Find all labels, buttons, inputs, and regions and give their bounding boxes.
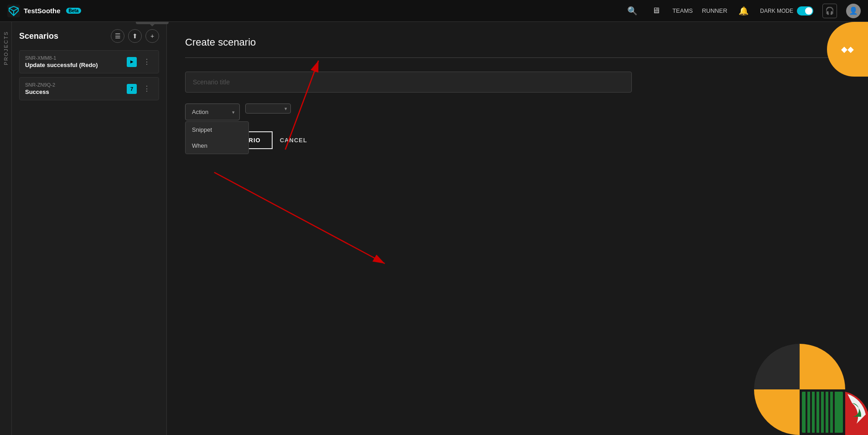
side-tab[interactable]: PROJECTS <box>0 22 12 435</box>
scenario-badges: ▶ ⋮ <box>127 57 153 67</box>
scenario-badge: ▶ <box>127 57 137 67</box>
dark-mode-section: DARK MODE <box>760 6 813 16</box>
top-navigation: TestSoothe Beta 🔍 🖥 TEAMS RUNNER 🔔 DARK … <box>0 0 868 22</box>
scenario-form: Action ▾ Snippet When ▾ CR <box>185 72 632 149</box>
main-layout: PROJECTS Scenarios ☰ ⬆ + Create new SNR-… <box>0 22 868 435</box>
second-dropdown[interactable]: ▾ <box>245 104 291 114</box>
scenario-info: SNR-XMM8-1 Update successful (Redo) <box>25 55 127 68</box>
chevron-down-icon: ▾ <box>284 106 287 112</box>
action-dropdown-wrapper: Action ▾ Snippet When <box>185 104 240 120</box>
beta-badge: Beta <box>66 8 82 14</box>
nav-actions: 🔍 🖥 TEAMS RUNNER 🔔 DARK MODE 🎧 👤 <box>625 4 861 18</box>
projects-tab-label[interactable]: PROJECTS <box>3 31 9 65</box>
divider <box>185 57 850 58</box>
bell-icon[interactable]: 🔔 <box>736 4 751 18</box>
scenario-menu-button[interactable]: ⋮ <box>140 57 153 67</box>
dropdown-item-snippet[interactable]: Snippet <box>186 122 248 138</box>
monitor-icon[interactable]: 🖥 <box>649 4 663 18</box>
create-new-button[interactable]: + Create new <box>145 29 159 43</box>
app-name: TestSoothe <box>24 7 61 15</box>
scenarios-title: Scenarios <box>19 31 58 41</box>
dropdown-item-when[interactable]: When <box>186 138 248 154</box>
search-icon[interactable]: 🔍 <box>625 4 640 18</box>
second-dropdown-wrapper: ▾ <box>245 104 291 114</box>
filter-button[interactable]: ☰ <box>111 29 124 43</box>
scenario-item[interactable]: SNR-XMM8-1 Update successful (Redo) ▶ ⋮ <box>19 50 159 73</box>
scenarios-header-icons: ☰ ⬆ + Create new <box>111 29 159 43</box>
scenario-badge: 7 <box>127 84 137 94</box>
scenario-item[interactable]: SNR-ZN9Q-2 Success 7 ⋮ <box>19 77 159 100</box>
app-logo[interactable]: TestSoothe Beta <box>7 5 81 17</box>
action-dropdown-menu: Snippet When <box>185 121 249 154</box>
scenario-info: SNR-ZN9Q-2 Success <box>25 82 127 95</box>
action-dropdown[interactable]: Action ▾ <box>185 104 240 120</box>
scenario-id: SNR-XMM8-1 <box>25 55 127 61</box>
cancel-button[interactable]: CANCEL <box>280 137 307 144</box>
action-dropdown-value: Action <box>192 109 208 115</box>
nav-teams[interactable]: TEAMS <box>672 7 693 14</box>
form-actions: CREATE SCENARIO CANCEL <box>185 131 632 149</box>
main-content: Create scenario Action ▾ Snippet When <box>167 22 868 435</box>
toggle-knob <box>805 7 812 15</box>
scenario-id: SNR-ZN9Q-2 <box>25 82 127 88</box>
scenario-badges: 7 ⋮ <box>127 83 153 94</box>
logo-icon <box>7 5 20 17</box>
scenarios-panel: Scenarios ☰ ⬆ + Create new SNR-XMM8-1 Up… <box>12 22 167 435</box>
dark-mode-toggle[interactable] <box>797 6 813 16</box>
diamond-icons: ◆◆ <box>841 44 854 54</box>
form-row: Action ▾ Snippet When ▾ <box>185 104 632 120</box>
chevron-down-icon: ▾ <box>232 109 235 115</box>
scenario-title-input[interactable] <box>185 72 632 93</box>
svg-line-3 <box>214 172 385 264</box>
headphone-button[interactable]: 🎧 <box>822 4 837 18</box>
upload-button[interactable]: ⬆ <box>128 29 142 43</box>
dark-mode-label: DARK MODE <box>760 8 793 14</box>
user-avatar[interactable]: 👤 <box>846 4 861 18</box>
scenarios-header: Scenarios ☰ ⬆ + Create new <box>19 29 159 43</box>
nav-runner[interactable]: RUNNER <box>702 7 728 14</box>
scenario-name: Update successful (Redo) <box>25 62 127 68</box>
scenario-name: Success <box>25 88 127 95</box>
page-title: Create scenario <box>185 36 850 48</box>
scenario-menu-button[interactable]: ⋮ <box>140 83 153 94</box>
plus-icon: + <box>150 32 154 40</box>
